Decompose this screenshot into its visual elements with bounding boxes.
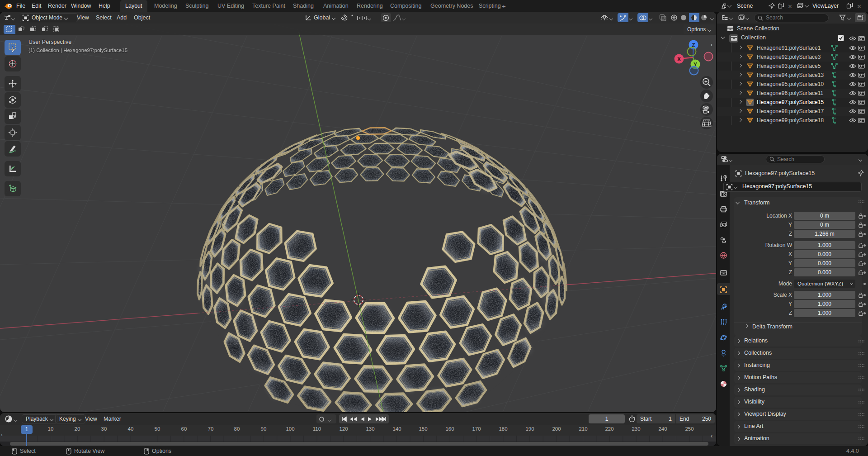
svg-text:X: X [677,56,681,62]
